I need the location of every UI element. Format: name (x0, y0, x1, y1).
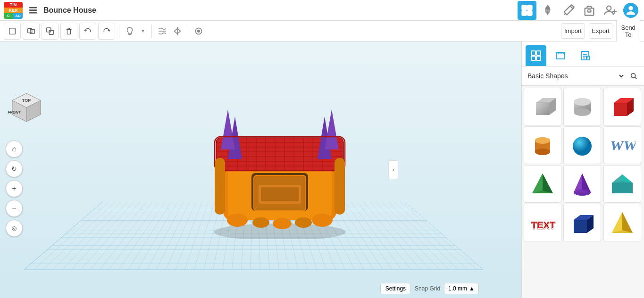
tab-ruler[interactable] (550, 45, 571, 66)
shape-selector: Basic Shapes Letters Shapes Connectors S… (522, 66, 644, 86)
rotate-ctrl-btn[interactable]: ↻ (6, 160, 23, 177)
snap-grid-arrow[interactable]: ▲ (469, 285, 475, 292)
svg-point-87 (574, 98, 591, 106)
add-user-btn[interactable] (601, 1, 619, 20)
svg-rect-62 (215, 158, 225, 215)
zoom-in-ctrl-btn[interactable]: + (6, 180, 23, 197)
bounce-house-model[interactable] (185, 88, 374, 241)
svg-rect-9 (588, 9, 591, 12)
shape-cone-purple[interactable] (563, 165, 601, 203)
main-area: TOP FRONT ⌂ ↻ + − ◎ (0, 41, 644, 298)
svg-point-95 (573, 137, 592, 156)
shape-box-red[interactable] (603, 88, 641, 125)
shape-pyramid-yellow[interactable] (603, 204, 641, 241)
redo-btn[interactable] (98, 23, 115, 40)
perspective-ctrl-btn[interactable]: ◎ (6, 220, 23, 237)
svg-rect-2 (29, 12, 37, 13)
snap-grid-value[interactable]: 1.0 mm ▲ (444, 283, 479, 294)
svg-point-86 (574, 108, 591, 116)
top-nav: TIN KER C AD Bounce House (0, 0, 644, 21)
svg-point-10 (607, 6, 611, 10)
svg-text:TEXT: TEXT (531, 221, 555, 231)
svg-marker-110 (574, 220, 587, 233)
zoom-out-ctrl-btn[interactable]: − (6, 200, 23, 217)
svg-text:WWW: WWW (609, 138, 636, 153)
svg-rect-17 (47, 27, 51, 32)
shape-category-select[interactable]: Basic Shapes Letters Shapes Connectors S… (526, 72, 625, 80)
project-title: Bounce House (43, 6, 96, 15)
new-btn[interactable] (4, 23, 21, 40)
profile-btn[interactable] (621, 1, 640, 20)
shape-box-rough[interactable] (524, 88, 561, 125)
export-btn[interactable]: Export (589, 23, 613, 39)
nav-icons (518, 1, 640, 20)
shape-cylinder-flat[interactable] (563, 88, 601, 125)
send-to-btn[interactable]: Send To (616, 20, 640, 42)
settings-button[interactable]: Settings (380, 283, 411, 294)
snap-grid-label: Snap Grid (415, 285, 440, 292)
group-btn[interactable] (23, 23, 40, 40)
settings-bar: Settings Snap Grid 1.0 mm ▲ (380, 283, 479, 294)
svg-point-93 (535, 149, 550, 155)
group2-btn[interactable] (192, 25, 205, 38)
svg-point-60 (312, 214, 333, 227)
svg-point-58 (273, 218, 292, 229)
svg-rect-6 (527, 11, 532, 15)
tinkercad-logo[interactable]: TIN KER C AD (4, 2, 23, 19)
svg-rect-65 (536, 51, 541, 55)
home-ctrl-btn[interactable]: ⌂ (6, 141, 23, 157)
shape-sphere-blue[interactable] (563, 126, 601, 164)
mirror-btn[interactable] (171, 25, 184, 38)
align-btn[interactable] (156, 25, 169, 38)
duplicate-btn[interactable] (42, 23, 59, 40)
shape-text-red[interactable]: TEXT TEXT (524, 204, 561, 241)
build-btn[interactable] (559, 1, 578, 20)
svg-marker-115 (612, 212, 622, 233)
svg-rect-55 (261, 187, 299, 201)
light-btn[interactable] (123, 25, 136, 38)
shape-box-navy[interactable] (563, 204, 601, 241)
svg-rect-67 (536, 56, 541, 60)
grid-view-btn[interactable] (518, 1, 536, 20)
svg-text:TOP: TOP (22, 98, 31, 103)
svg-point-78 (631, 74, 636, 78)
svg-rect-0 (29, 7, 37, 8)
learn-btn[interactable] (580, 1, 599, 20)
svg-marker-88 (614, 103, 627, 116)
svg-rect-63 (335, 158, 345, 215)
svg-line-79 (635, 77, 637, 79)
svg-line-7 (564, 13, 566, 15)
svg-point-59 (295, 217, 312, 228)
svg-point-57 (252, 217, 269, 228)
shape-pyramid-green[interactable] (524, 165, 561, 203)
svg-rect-4 (527, 5, 532, 9)
svg-rect-3 (522, 5, 527, 9)
community-btn[interactable] (538, 1, 557, 20)
project-menu-icon[interactable] (26, 4, 40, 17)
svg-point-103 (574, 189, 591, 196)
view-cube[interactable]: TOP FRONT (8, 89, 45, 126)
svg-text:FRONT: FRONT (8, 110, 21, 115)
undo-btn[interactable] (79, 23, 96, 40)
logo-c: C (4, 13, 13, 19)
import-btn[interactable]: Import (561, 23, 585, 39)
panel-toggle-chevron[interactable]: › (388, 160, 398, 179)
shape-roof-teal[interactable] (603, 165, 641, 203)
shape-search-btn[interactable] (627, 69, 640, 83)
svg-rect-14 (9, 28, 16, 34)
panel-tabs (522, 41, 644, 66)
delete-btn[interactable] (60, 23, 77, 40)
svg-rect-18 (49, 30, 53, 34)
svg-point-94 (535, 137, 550, 144)
light-dropdown[interactable]: ▼ (138, 23, 148, 40)
svg-rect-64 (531, 51, 535, 55)
tab-notes[interactable] (575, 45, 595, 66)
svg-point-23 (198, 30, 200, 32)
svg-point-56 (227, 214, 248, 227)
tab-shapes[interactable] (526, 45, 546, 66)
shape-squiggle[interactable]: WWW (603, 126, 641, 164)
svg-marker-99 (532, 174, 543, 193)
viewport[interactable]: TOP FRONT ⌂ ↻ + − ◎ (0, 41, 521, 298)
shape-cylinder-orange[interactable] (524, 126, 561, 164)
svg-rect-5 (522, 11, 527, 15)
